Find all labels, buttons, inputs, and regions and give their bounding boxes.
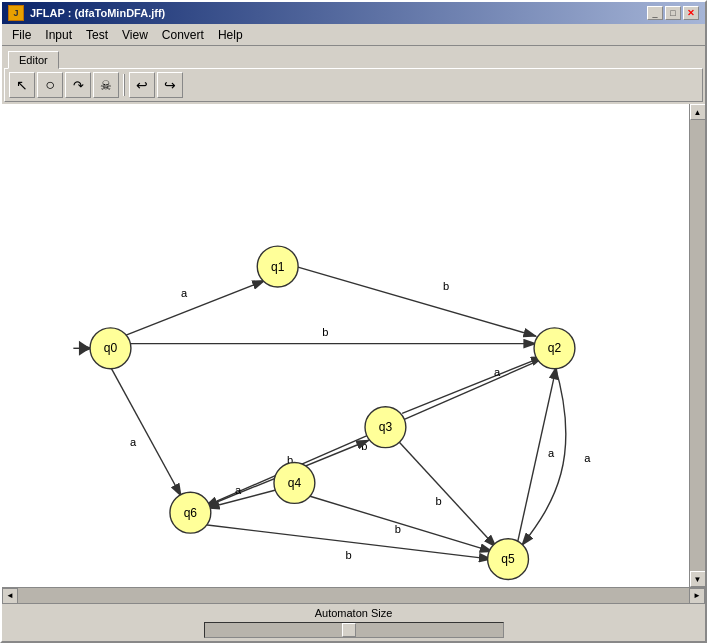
edge-q1-q2 <box>296 267 536 337</box>
edge-q0-q6 <box>111 367 182 496</box>
state-q2-label: q2 <box>548 341 562 355</box>
state-q4-label: q4 <box>288 476 302 490</box>
slider-thumb[interactable] <box>342 623 356 637</box>
label-q3-q2: a <box>494 366 501 378</box>
menu-test[interactable]: Test <box>80 26 114 44</box>
edge-q3-q5 <box>398 441 496 547</box>
vertical-scrollbar: ▲ ▼ <box>689 104 705 587</box>
edge-q0-q1 <box>124 280 265 336</box>
scroll-down-button[interactable]: ▼ <box>690 571 706 587</box>
scroll-up-button[interactable]: ▲ <box>690 104 706 120</box>
menu-input[interactable]: Input <box>39 26 78 44</box>
label-q6-q5: b <box>346 549 352 561</box>
label-q0-q1: a <box>181 287 188 299</box>
menu-bar: File Input Test View Convert Help <box>2 24 705 46</box>
state-q0-label: q0 <box>104 341 118 355</box>
tab-editor[interactable]: Editor <box>8 51 59 69</box>
label-q5-q2: a <box>548 447 555 459</box>
scroll-right-button[interactable]: ► <box>689 588 705 604</box>
main-area: a b b b a b a <box>2 104 705 587</box>
state-q1-label: q1 <box>271 260 285 274</box>
automaton-size-label: Automaton Size <box>315 607 393 619</box>
minimize-button[interactable]: _ <box>647 6 663 20</box>
menu-help[interactable]: Help <box>212 26 249 44</box>
scroll-track-vertical[interactable] <box>690 120 706 571</box>
slider-container <box>2 622 705 638</box>
main-window: J JFLAP : (dfaToMinDFA.jff) _ □ ✕ File I… <box>0 0 707 643</box>
select-tool-button[interactable]: ↖ <box>9 72 35 98</box>
delete-tool-button[interactable]: ☠ <box>93 72 119 98</box>
label-q0-q2-b: b <box>322 326 328 338</box>
menu-convert[interactable]: Convert <box>156 26 210 44</box>
state-q5-label: q5 <box>501 552 515 566</box>
title-bar-left: J JFLAP : (dfaToMinDFA.jff) <box>8 5 165 21</box>
state-tool-button[interactable]: ○ <box>37 72 63 98</box>
horizontal-scrollbar: ◄ ► <box>2 587 705 603</box>
label-q4-q5: b <box>395 523 401 535</box>
window-controls: _ □ ✕ <box>647 6 699 20</box>
toolbar: ↖ ○ ↷ ☠ ↩ ↪ <box>4 68 703 102</box>
automaton-svg: a b b b a b a <box>2 104 689 587</box>
app-icon: J <box>8 5 24 21</box>
state-q6-label: q6 <box>184 506 198 520</box>
close-button[interactable]: ✕ <box>683 6 699 20</box>
edge-q3-q2 <box>402 357 543 414</box>
state-q3-label: q3 <box>379 420 393 434</box>
redo-button[interactable]: ↪ <box>157 72 183 98</box>
label-q4-q6: a <box>235 484 242 496</box>
start-triangle <box>79 341 90 356</box>
size-slider[interactable] <box>204 622 504 638</box>
transition-tool-button[interactable]: ↷ <box>65 72 91 98</box>
undo-button[interactable]: ↩ <box>129 72 155 98</box>
menu-view[interactable]: View <box>116 26 154 44</box>
title-bar: J JFLAP : (dfaToMinDFA.jff) _ □ ✕ <box>2 2 705 24</box>
tab-bar: Editor <box>2 46 705 68</box>
label-q1-q2: b <box>443 280 449 292</box>
label-q3-q5: b <box>436 495 442 507</box>
edge-q2-q5 <box>522 364 566 545</box>
menu-file[interactable]: File <box>6 26 37 44</box>
canvas-area[interactable]: a b b b a b a <box>2 104 689 587</box>
toolbar-separator <box>123 74 125 96</box>
status-bar: Automaton Size <box>2 603 705 641</box>
label-q2-q5: a <box>584 452 591 464</box>
maximize-button[interactable]: □ <box>665 6 681 20</box>
scroll-left-button[interactable]: ◄ <box>2 588 18 604</box>
label-q0-q6: a <box>130 436 137 448</box>
scroll-track-horizontal[interactable] <box>18 588 689 604</box>
window-title: JFLAP : (dfaToMinDFA.jff) <box>30 7 165 19</box>
